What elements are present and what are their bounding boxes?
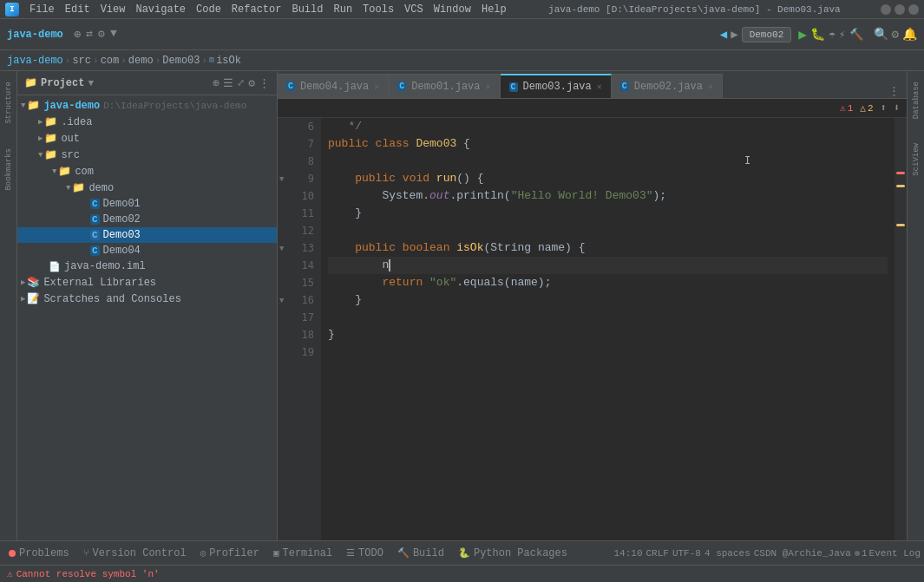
menu-tools[interactable]: Tools xyxy=(357,2,399,17)
tree-item-extlibs[interactable]: ▶ 📚 External Libraries xyxy=(17,274,277,291)
tab-demo02-close[interactable]: ✕ xyxy=(708,82,713,92)
tree-label-src: src xyxy=(61,149,80,161)
breadcrumb-sep2: › xyxy=(93,56,99,66)
tree-item-root[interactable]: ▼ 📁 java-demo D:\IdeaProjects\java-demo xyxy=(17,97,277,114)
menu-code[interactable]: Code xyxy=(191,2,226,17)
tree-label-scratches: Scratches and Consoles xyxy=(43,293,180,305)
maximize-btn[interactable] xyxy=(895,4,905,15)
sciview-tab[interactable]: SciView xyxy=(912,140,921,180)
tree-item-demo01[interactable]: C Demo01 xyxy=(17,196,277,212)
code-content[interactable]: */ public class Demo03 { public void run… xyxy=(321,118,895,540)
bottom-tab-terminal[interactable]: ▣ Terminal xyxy=(268,546,337,561)
coverage-button[interactable]: ☂ xyxy=(829,28,836,42)
breadcrumb-src[interactable]: src xyxy=(72,55,91,67)
bottom-tab-vc[interactable]: ⑂ Version Control xyxy=(78,546,192,561)
menu-vcs[interactable]: VCS xyxy=(399,2,429,17)
search-icon[interactable]: 🔍 xyxy=(874,27,888,42)
settings-tree-icon[interactable]: ⚙ xyxy=(98,27,105,42)
sidebar-add-icon[interactable]: ⊕ xyxy=(213,76,220,90)
minimize-btn[interactable] xyxy=(881,4,891,15)
window-title: java-demo [D:\IdeaProjects\java-demo] - … xyxy=(512,4,877,15)
menu-build[interactable]: Build xyxy=(286,2,328,17)
tab-demo02[interactable]: C Demo02.java ✕ xyxy=(612,74,723,98)
tree-item-demo[interactable]: ▼ 📁 demo xyxy=(17,180,277,196)
tree-item-demo03[interactable]: C Demo03 xyxy=(17,227,277,243)
structure-tab[interactable]: Structure xyxy=(4,78,13,128)
close-btn[interactable] xyxy=(908,4,919,15)
code-line-6: */ xyxy=(328,118,888,135)
sidebar-filter-icon[interactable]: ☰ xyxy=(223,76,233,90)
tab-demo01-icon: C xyxy=(397,82,406,91)
bottom-tab-problems[interactable]: Problems xyxy=(3,546,75,561)
breadcrumb-sep5: › xyxy=(202,56,208,66)
bottom-tab-build[interactable]: 🔨 Build xyxy=(392,546,449,561)
menu-run[interactable]: Run xyxy=(328,2,357,17)
code-line-19 xyxy=(328,343,888,361)
gutter-warn-mark2 xyxy=(896,224,905,226)
run-button[interactable]: ▶ xyxy=(798,26,807,43)
bottom-tab-todo[interactable]: ☰ TODO xyxy=(341,546,389,561)
gutter-error-mark xyxy=(896,172,905,174)
menu-view[interactable]: View xyxy=(95,2,131,17)
menu-refactor[interactable]: Refactor xyxy=(226,2,287,17)
run-config-dropdown[interactable]: Demo02 xyxy=(742,27,792,43)
sidebar-more-icon[interactable]: ⋮ xyxy=(259,76,270,90)
tab-demo03[interactable]: C Demo03.java ✕ xyxy=(501,74,612,98)
tab-demo04-close[interactable]: ✕ xyxy=(374,82,379,92)
breadcrumb-demo[interactable]: demo xyxy=(128,55,154,67)
profile-button[interactable]: ⚡ xyxy=(839,28,846,42)
add-icon[interactable]: ⊕ xyxy=(74,27,81,42)
tree-item-scratches[interactable]: ▶ 📝 Scratches and Consoles xyxy=(17,291,277,307)
database-tab[interactable]: Database xyxy=(912,78,921,122)
more-icon[interactable]: ▼ xyxy=(110,27,117,42)
tree-item-idea[interactable]: ▶ 📁 .idea xyxy=(17,114,277,130)
sidebar-settings-icon[interactable]: ⚙ xyxy=(248,76,255,90)
debug-button[interactable]: 🐛 xyxy=(810,27,825,42)
notifications-icon[interactable]: 🔔 xyxy=(902,27,917,42)
menu-file[interactable]: File xyxy=(24,2,60,17)
build-icon[interactable]: 🔨 xyxy=(849,28,863,42)
tree-item-src[interactable]: ▼ 📁 src xyxy=(17,147,277,163)
nav-back-icon[interactable]: ◀ xyxy=(720,27,727,42)
toolbar-icon-group: ⊕ ⇄ ⚙ ▼ xyxy=(74,27,117,42)
right-gutter[interactable] xyxy=(895,118,907,540)
tree-label-extlibs: External Libraries xyxy=(43,277,156,289)
menu-navigate[interactable]: Navigate xyxy=(130,2,191,17)
tab-menu-icon[interactable]: ⋮ xyxy=(881,84,907,98)
status-indent[interactable]: 4 spaces xyxy=(704,548,750,559)
menu-edit[interactable]: Edit xyxy=(60,2,95,17)
project-sidebar: 📁 Project ▼ ⊕ ☰ ⤢ ⚙ ⋮ ▼ 📁 java-demo D:\I… xyxy=(17,71,278,540)
tab-demo01[interactable]: C Demo01.java ✕ xyxy=(389,74,500,98)
tree-label-demo03: Demo03 xyxy=(103,229,141,241)
collapse-all-icon[interactable]: ⬆ xyxy=(881,101,887,114)
tree-item-iml[interactable]: 📄 java-demo.iml xyxy=(17,258,277,274)
warn-indicator[interactable]: △ 2 xyxy=(860,102,873,114)
sidebar-expand-icon[interactable]: ⤢ xyxy=(237,77,245,88)
tree-item-demo04[interactable]: C Demo04 xyxy=(17,243,277,258)
bottom-tab-python[interactable]: 🐍 Python Packages xyxy=(453,546,573,561)
status-charset[interactable]: UTF-8 xyxy=(672,548,701,559)
sync-icon[interactable]: ⇄ xyxy=(86,27,93,42)
tree-item-com[interactable]: ▼ 📁 com xyxy=(17,163,277,180)
code-area[interactable]: 6 7 8 9 ▼ 10 11 12 13 ▼ 14 15 16 ▼ xyxy=(278,118,907,540)
tab-demo01-close[interactable]: ✕ xyxy=(486,82,491,92)
breadcrumb-isok[interactable]: isOk xyxy=(216,55,241,67)
app-icon: I xyxy=(5,3,19,16)
tree-item-out[interactable]: ▶ 📁 out xyxy=(17,130,277,147)
settings-icon[interactable]: ⚙ xyxy=(892,27,899,42)
tree-item-demo02[interactable]: C Demo02 xyxy=(17,212,277,227)
tab-demo03-close[interactable]: ✕ xyxy=(597,82,602,92)
tab-demo04[interactable]: C Demo04.java ✕ xyxy=(278,74,389,98)
nav-fwd-icon[interactable]: ▶ xyxy=(731,27,737,42)
breadcrumb-demo03[interactable]: Demo03 xyxy=(162,55,200,67)
menu-window[interactable]: Window xyxy=(429,2,476,17)
event-log-count[interactable]: 1 Event Log xyxy=(855,548,921,559)
breadcrumb-com[interactable]: com xyxy=(101,55,120,67)
bookmarks-tab[interactable]: Bookmarks xyxy=(4,145,13,194)
error-indicator[interactable]: ⚠ 1 xyxy=(840,102,853,114)
bottom-tab-profiler[interactable]: ◎ Profiler xyxy=(195,546,265,561)
status-crlf[interactable]: CRLF xyxy=(646,548,669,559)
breadcrumb-project[interactable]: java-demo xyxy=(7,55,63,67)
expand-all-icon[interactable]: ⬇ xyxy=(894,101,900,114)
menu-help[interactable]: Help xyxy=(476,2,512,17)
